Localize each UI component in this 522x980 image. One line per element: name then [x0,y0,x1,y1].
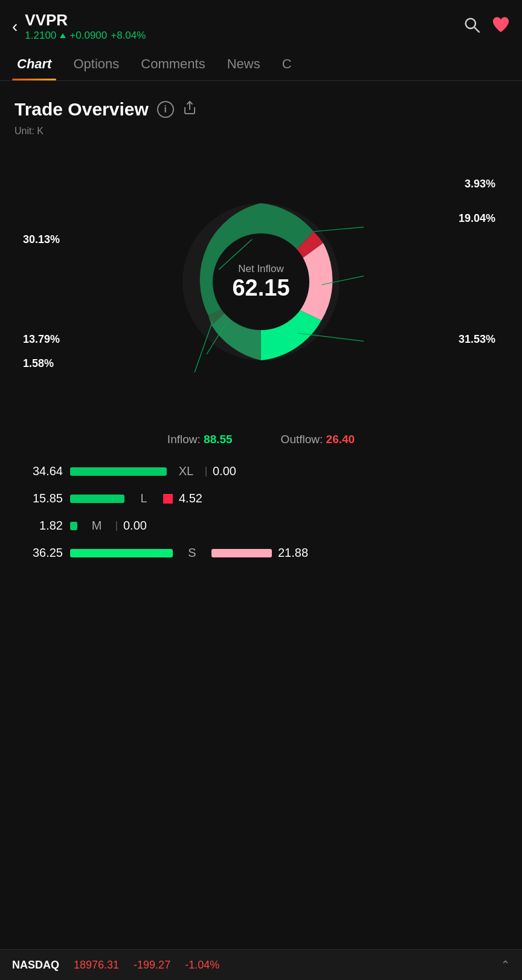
pct-label-top-right-2: 19.04% [459,212,495,225]
chart-area: 3.93% 19.04% 30.13% 13.79% 1.58% 31.53% [14,155,507,409]
bar-right-dot [163,494,173,504]
outflow-label: Outflow: [281,433,323,446]
bar-right-side: 4.52 [163,492,501,505]
nav-tabs: Chart Options Comments News C [0,50,522,81]
heart-icon[interactable] [492,16,510,37]
pct-label-left-bottom1: 13.79% [23,333,60,346]
bar-left-value: 1.82 [21,519,63,533]
bar-divider [205,467,207,476]
pct-label-top-right-1: 3.93% [465,178,495,190]
pct-label-left-bottom2: 1.58% [23,357,54,370]
info-icon[interactable]: i [157,101,174,118]
section-title-row: Trade Overview i [14,99,507,120]
table-row: 34.64 XL 0.00 [21,464,501,478]
outflow-value: 26.40 [326,433,355,446]
bar-left-bar [70,467,167,476]
chevron-up-icon[interactable]: ⌃ [501,958,510,972]
table-row: 1.82 M 0.00 [21,519,501,533]
bar-category: XL [174,464,198,478]
section-title: Trade Overview [14,99,149,120]
price-pct: +8.04% [111,30,146,42]
back-button[interactable]: ‹ [12,18,18,35]
bar-left-bar [70,522,77,530]
tab-chart[interactable]: Chart [6,50,62,80]
tab-options[interactable]: Options [62,50,130,80]
ticker-info: VVPR 1.2100 +0.0900 +8.04% [25,11,146,42]
price-change: +0.0900 [69,30,107,42]
bar-left-bar [70,549,173,557]
svg-line-1 [475,28,479,32]
inflow-summary: Inflow: 88.55 [167,433,233,446]
bar-left-value: 34.64 [21,464,63,478]
pct-label-right-bottom: 31.53% [459,333,495,346]
bar-category: M [85,519,109,533]
bar-table: 34.64 XL 0.00 15.85 L 4.52 1.82 M [14,464,507,560]
tab-news[interactable]: News [216,50,271,80]
bar-right-value: 0.00 [123,519,147,533]
bottom-change: -199.27 [134,959,170,972]
inflow-label: Inflow: [167,433,201,446]
bar-right-value: 0.00 [213,464,236,478]
search-icon[interactable] [463,16,480,37]
bar-category: L [132,492,156,505]
price-value: 1.2100 [25,30,56,42]
ticker-price: 1.2100 +0.0900 +8.04% [25,30,146,42]
inflow-value: 88.55 [204,433,233,446]
bar-divider [116,521,117,531]
bottom-bar: NASDAQ 18976.31 -199.27 -1.04% ⌃ [0,949,522,980]
donut-chart [158,179,364,385]
bar-right-bar [211,549,272,557]
header-icons [463,16,510,37]
table-row: 15.85 L 4.52 [21,492,501,505]
svg-point-4 [213,233,309,330]
table-row: 36.25 S 21.88 [21,546,501,560]
bar-right-side: 0.00 [116,519,501,533]
bar-right-value: 4.52 [179,492,202,505]
bar-category: S [180,546,204,560]
svg-point-0 [466,19,475,28]
bar-right-side: 0.00 [205,464,501,478]
price-arrow-icon [60,33,66,38]
unit-label: Unit: K [14,126,507,137]
share-icon[interactable] [182,100,197,118]
bar-left-value: 36.25 [21,546,63,560]
outflow-summary: Outflow: 26.40 [281,433,355,446]
tab-comments[interactable]: Comments [130,50,216,80]
bottom-exchange: NASDAQ [12,959,59,972]
pct-label-left-top: 30.13% [23,233,60,246]
bottom-pct: -1.04% [185,959,219,972]
svg-line-5 [314,215,364,232]
bar-right-value: 21.88 [278,546,308,560]
header: ‹ VVPR 1.2100 +0.0900 +8.04% [0,0,522,48]
header-left: ‹ VVPR 1.2100 +0.0900 +8.04% [12,11,146,42]
main-content: Trade Overview i Unit: K 3.93% 19.04% 30… [0,81,522,572]
bar-left-bar [70,495,124,503]
ticker-symbol: VVPR [25,11,146,30]
tab-c[interactable]: C [271,50,303,80]
bar-right-side: 21.88 [211,546,501,560]
bar-left-value: 15.85 [21,492,63,505]
bottom-value: 18976.31 [74,959,119,972]
flow-summary: Inflow: 88.55 Outflow: 26.40 [14,433,507,446]
